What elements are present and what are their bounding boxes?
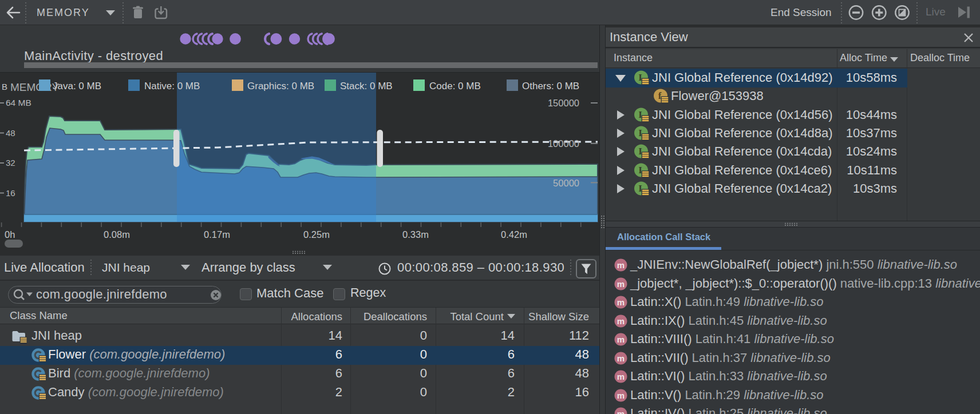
svg-text:m: m [617,260,625,270]
svg-text:m: m [617,409,625,414]
svg-text:m: m [617,316,625,325]
svg-text:m: m [617,372,625,381]
svg-text:m: m [617,278,625,288]
svg-text:m: m [617,335,625,344]
svg-text:m: m [617,297,625,307]
svg-text:m: m [617,390,625,400]
svg-text:m: m [617,353,625,363]
